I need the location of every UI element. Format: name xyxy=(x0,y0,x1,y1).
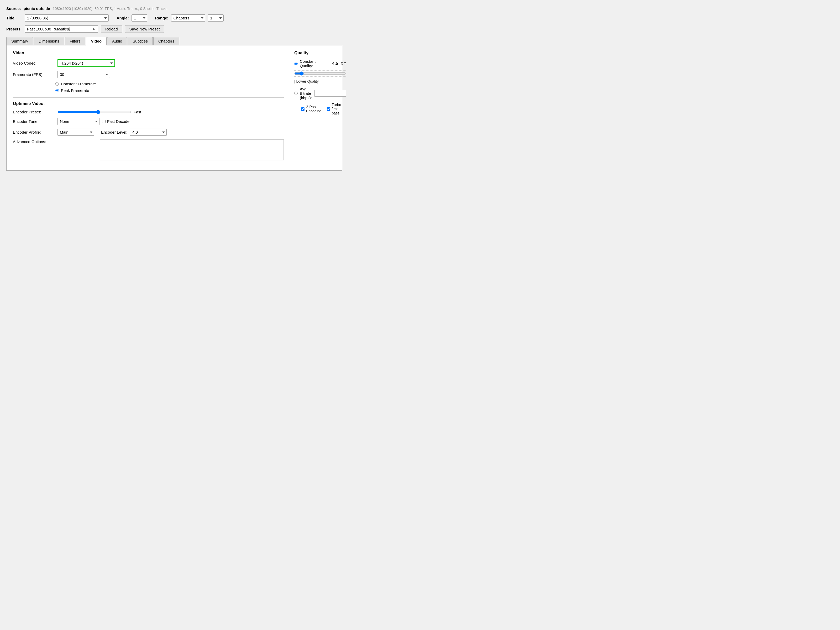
avg-bitrate-option[interactable]: Avg Bitrate (kbps): xyxy=(294,87,312,100)
title-select[interactable]: 1 (00:00:36) xyxy=(25,14,109,22)
source-label: Source: xyxy=(6,6,21,11)
fps-select[interactable]: 30 xyxy=(57,71,110,78)
encoder-tune-label: Encoder Tune: xyxy=(13,119,55,124)
encoder-level-label: Encoder Level: xyxy=(101,130,127,134)
app-container: Source: picnic outside 1080x1920 (1080x1… xyxy=(6,6,342,171)
range-num-select[interactable]: 1 xyxy=(208,14,224,22)
preset-name: Fast 1080p30 (Modified) xyxy=(27,27,90,31)
quality-slider-container xyxy=(294,71,346,77)
tab-filters[interactable]: Filters xyxy=(65,37,85,45)
preset-arrow-icon: ► xyxy=(92,27,96,31)
turbo-option[interactable]: Turbo first pass xyxy=(327,103,346,115)
peak-framerate-option[interactable]: Peak Framerate xyxy=(55,88,284,93)
two-pass-label: 2-Pass Encoding xyxy=(306,105,322,113)
fast-decode-label: Fast Decode xyxy=(107,119,129,124)
advanced-options-label: Advanced Options: xyxy=(13,139,55,144)
source-filename: picnic outside xyxy=(24,6,50,11)
panel-left: Video Video Codec: H.264 (x264) Framerat… xyxy=(13,51,284,164)
constant-framerate-radio[interactable] xyxy=(55,82,59,85)
panel-right: Quality Constant Quality: 4.5 RF | Lower… xyxy=(294,51,346,164)
avg-bitrate-row: Avg Bitrate (kbps): xyxy=(294,87,346,100)
tab-subtitles[interactable]: Subtitles xyxy=(128,37,153,45)
peak-framerate-label: Peak Framerate xyxy=(61,88,89,93)
encoder-tune-select[interactable]: None xyxy=(57,118,99,125)
optimise-title: Optimise Video: xyxy=(13,101,284,106)
presets-row: Presets Fast 1080p30 (Modified) ► Reload… xyxy=(6,25,342,33)
avg-bitrate-label: Avg Bitrate (kbps): xyxy=(300,87,312,100)
fast-decode-option[interactable]: Fast Decode xyxy=(102,119,129,124)
preset-selector[interactable]: Fast 1080p30 (Modified) ► xyxy=(25,25,98,33)
avg-bitrate-radio[interactable] xyxy=(294,92,298,95)
turbo-label: Turbo first pass xyxy=(332,103,346,115)
constant-framerate-option[interactable]: Constant Framerate xyxy=(55,82,284,86)
codec-label: Video Codec: xyxy=(13,61,55,65)
video-panel: Video Video Codec: H.264 (x264) Framerat… xyxy=(6,46,342,171)
encoder-preset-value: Fast xyxy=(134,110,141,114)
reload-button[interactable]: Reload xyxy=(101,25,122,33)
save-new-preset-button[interactable]: Save New Preset xyxy=(125,25,164,33)
title-label: Title: xyxy=(6,16,22,20)
tab-summary[interactable]: Summary xyxy=(6,37,33,45)
range-label: Range: xyxy=(155,16,169,20)
encoder-profile-row: Encoder Profile: Main Encoder Level: 4.0 xyxy=(13,129,284,136)
panel-columns: Video Video Codec: H.264 (x264) Framerat… xyxy=(13,51,336,164)
peak-framerate-radio[interactable] xyxy=(55,89,59,92)
encoder-profile-label: Encoder Profile: xyxy=(13,130,55,134)
encoder-preset-slider[interactable] xyxy=(57,110,131,114)
constant-quality-row: Constant Quality: 4.5 RF xyxy=(294,59,346,68)
quality-value: 4.5 xyxy=(332,61,338,66)
tabs-row: Summary Dimensions Filters Video Audio S… xyxy=(6,37,342,46)
fps-row: Framerate (FPS): 30 xyxy=(13,71,284,78)
source-row: Source: picnic outside 1080x1920 (1080x1… xyxy=(6,6,342,11)
rf-label: RF xyxy=(341,62,346,66)
source-details: 1080x1920 (1080x1920), 30.01 FPS, 1 Audi… xyxy=(53,6,167,11)
bitrate-input[interactable] xyxy=(314,90,346,96)
framerate-radios: Constant Framerate Peak Framerate xyxy=(55,82,284,93)
constant-framerate-label: Constant Framerate xyxy=(61,82,96,86)
encoder-profile-select[interactable]: Main xyxy=(57,129,94,136)
encoder-level-select[interactable]: 4.0 xyxy=(130,129,167,136)
encoder-preset-label: Encoder Preset: xyxy=(13,110,55,114)
constant-quality-option[interactable]: Constant Quality: xyxy=(294,59,330,68)
encoding-options-row: 2-Pass Encoding Turbo first pass xyxy=(301,103,346,115)
tab-audio[interactable]: Audio xyxy=(107,37,127,45)
lower-quality-label: | Lower Quality xyxy=(294,79,346,84)
two-pass-checkbox[interactable] xyxy=(301,107,305,111)
quality-section-title: Quality xyxy=(294,51,346,55)
tab-dimensions[interactable]: Dimensions xyxy=(33,37,64,45)
advanced-options-box[interactable] xyxy=(100,139,284,160)
angle-label: Angle: xyxy=(117,16,129,20)
preset-modified: (Modified) xyxy=(54,27,70,31)
range-select[interactable]: Chapters xyxy=(171,14,205,22)
encoder-preset-row: Encoder Preset: Fast xyxy=(13,110,284,114)
tab-video[interactable]: Video xyxy=(86,37,107,46)
constant-quality-radio[interactable] xyxy=(294,62,298,65)
video-section-title: Video xyxy=(13,51,284,55)
turbo-checkbox[interactable] xyxy=(327,107,330,111)
section-divider xyxy=(13,97,284,98)
title-row: Title: 1 (00:00:36) Angle: 1 Range: Chap… xyxy=(6,14,342,22)
advanced-options-row: Advanced Options: xyxy=(13,139,284,160)
codec-select[interactable]: H.264 (x264) xyxy=(57,59,115,67)
tab-chapters[interactable]: Chapters xyxy=(153,37,179,45)
quality-slider[interactable] xyxy=(294,71,346,76)
angle-select[interactable]: 1 xyxy=(131,14,147,22)
presets-label: Presets xyxy=(6,27,22,31)
fast-decode-checkbox[interactable] xyxy=(102,120,106,123)
fps-label: Framerate (FPS): xyxy=(13,72,55,77)
constant-quality-label: Constant Quality: xyxy=(300,59,330,68)
codec-row: Video Codec: H.264 (x264) xyxy=(13,59,284,67)
encoder-tune-row: Encoder Tune: None Fast Decode xyxy=(13,118,284,125)
two-pass-option[interactable]: 2-Pass Encoding xyxy=(301,105,322,113)
